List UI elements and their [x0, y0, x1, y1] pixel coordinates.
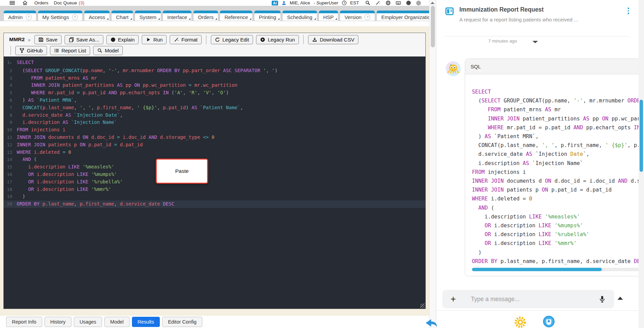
left-pane-scrollbar[interactable]: [429, 0, 436, 328]
editor-line[interactable]: 8 d.service_date AS `Injection Date`,: [4, 112, 425, 119]
nav-tab-label: Version: [344, 14, 361, 20]
nav-tab-admin[interactable]: Admin: [3, 11, 36, 21]
editor-line[interactable]: 15 i.description LIKE '%measles%': [4, 163, 425, 171]
sql-message-card: SQL Copy SELECT (SELECT GROUP_CONCAT(pp.…: [465, 59, 644, 276]
nav-tab-chart[interactable]: Chart: [111, 11, 133, 21]
button-label: Format: [181, 37, 198, 43]
model-button[interactable]: Model: [93, 46, 123, 55]
scrollbar-thumb[interactable]: [431, 6, 435, 47]
back-arrow-icon[interactable]: [424, 318, 439, 328]
explain-button[interactable]: iExplain: [106, 35, 139, 44]
chat-code-line: AND (: [472, 203, 644, 212]
bottom-tab-editor-config[interactable]: Editor Config: [162, 317, 202, 327]
editor-line[interactable]: 17 OR i.description LIKE '%rubella%': [4, 178, 425, 186]
timestamp-dropdown-icon[interactable]: [532, 41, 538, 43]
editor-line[interactable]: 13WHERE i.deleted = 0: [4, 149, 425, 156]
editor-line[interactable]: 10FROM injections i: [4, 126, 425, 134]
github-button[interactable]: GitHub: [15, 46, 47, 55]
editor-line[interactable]: 5 WHERE mr.pat_id = p.pat_id AND pp.echa…: [4, 89, 425, 97]
sun-gear-logo-icon[interactable]: [514, 316, 527, 328]
help-icon[interactable]: ?: [406, 0, 411, 5]
bottom-tab-results[interactable]: Results: [132, 317, 160, 327]
chat-code-line: i.description AS `Injection Name`: [472, 159, 644, 168]
report-list-button[interactable]: Report List: [50, 46, 90, 55]
editor-line[interactable]: 9 i.description AS `Injection Name`: [4, 119, 425, 126]
line-code: CONCAT(p.last_name, ', ', p.first_name, …: [17, 104, 243, 112]
nav-tab-version[interactable]: Version: [340, 11, 375, 21]
bottom-tab-report-info[interactable]: Report Info: [6, 317, 42, 327]
editor-line[interactable]: 1∨SELECT: [4, 59, 425, 67]
message-timestamp: 7 minutes ago: [488, 38, 517, 44]
window-scrollbar[interactable]: [639, 0, 644, 328]
search-icon[interactable]: [365, 0, 370, 5]
tab-dropdown-corner-icon: [278, 18, 279, 20]
nav-tab-employer-organizations[interactable]: Employer Organizations: [376, 11, 429, 21]
attach-plus-button[interactable]: +: [451, 295, 456, 304]
user-icon: [282, 1, 286, 5]
report-name-chevron[interactable]: »: [28, 37, 31, 43]
user-avatar-circle[interactable]: [416, 1, 421, 5]
fold-chevron-icon[interactable]: ∨: [10, 61, 12, 65]
nav-tab-interface[interactable]: Interface: [163, 11, 192, 21]
bottom-tab-usages[interactable]: Usages: [74, 317, 102, 327]
scrollbar-up-arrow-icon[interactable]: [430, 2, 435, 4]
editor-line[interactable]: 14 AND (: [4, 156, 425, 163]
line-number: 12: [4, 141, 17, 149]
nav-tab-label: HSP: [323, 14, 334, 20]
nav-tab-hsp[interactable]: HSP: [319, 11, 339, 21]
run-button[interactable]: Run: [142, 35, 167, 44]
nav-tab-printing[interactable]: Printing: [254, 11, 281, 21]
editor-line[interactable]: 2 (SELECT GROUP_CONCAT(pp.name, '-', mr.…: [4, 67, 425, 75]
nav-tab-scheduling[interactable]: Scheduling: [282, 11, 317, 21]
globe-icon[interactable]: [386, 0, 391, 5]
bottom-tab-model[interactable]: Model: [104, 317, 130, 327]
assistant-logo-icon[interactable]: [542, 315, 555, 328]
editor-line[interactable]: 6 ) AS `Patient MRN`,: [4, 97, 425, 104]
chat-code-line: OR i.description LIKE '%rubella%': [472, 230, 644, 239]
editor-line[interactable]: 12INNER JOIN patients p ON p.pat_id = d.…: [4, 141, 425, 149]
message-input[interactable]: + Type a message...: [442, 290, 614, 308]
editor-line[interactable]: 18 OR i.description LIKE '%mmr%': [4, 186, 425, 193]
window-scrollbar-thumb[interactable]: [640, 100, 643, 172]
editor-line[interactable]: 4 INNER JOIN patient_partitions AS pp ON…: [4, 82, 425, 89]
button-label: Download CSV: [320, 37, 354, 43]
collapse-input-icon[interactable]: [617, 297, 623, 300]
editor-line[interactable]: 7 CONCAT(p.last_name, ', ', p.first_name…: [4, 104, 425, 112]
nav-tab-reference[interactable]: Reference: [220, 11, 253, 21]
external-link-icon[interactable]: [26, 14, 32, 20]
breadcrumb-doc-queue[interactable]: Doc Queue: [54, 0, 77, 5]
kebab-menu-icon[interactable]: [628, 7, 629, 22]
paste-annotation-button[interactable]: Paste: [156, 159, 208, 184]
legacy-run-button[interactable]: Legacy Run: [256, 35, 299, 44]
nav-tab-access[interactable]: Access: [84, 11, 110, 21]
editor-resize-handle[interactable]: [420, 304, 425, 308]
download-csv-button[interactable]: Download CSV: [308, 35, 358, 44]
nav-tab-system[interactable]: System: [135, 11, 161, 21]
wand-icon[interactable]: [375, 0, 380, 5]
keyboard-icon[interactable]: [396, 0, 401, 5]
editor-line[interactable]: 3 FROM patient_mrns AS mr: [4, 75, 425, 82]
editor-line[interactable]: 19 ): [4, 193, 425, 200]
editor-line[interactable]: 16 OR i.description LIKE '%mumps%': [4, 171, 425, 178]
editor-line[interactable]: 20ORDER BY p.last_name, p.first_name, d.…: [4, 200, 425, 208]
save-button[interactable]: Save: [34, 35, 62, 44]
editor-line[interactable]: 11INNER JOIN documents d ON d.doc_id = i…: [4, 134, 425, 141]
nav-tab-my-settings[interactable]: My Settings: [38, 11, 83, 21]
tab-dropdown-corner-icon: [107, 18, 108, 20]
external-link-icon[interactable]: [72, 14, 78, 20]
microphone-icon[interactable]: [598, 295, 606, 303]
sql-code-editor[interactable]: 1∨SELECT2 (SELECT GROUP_CONCAT(pp.name, …: [4, 56, 425, 309]
chat-subtitle: A request for a report listing patients …: [459, 17, 578, 22]
breadcrumb-orders[interactable]: Orders: [34, 0, 48, 5]
hamburger-menu-icon[interactable]: [10, 1, 15, 5]
home-icon[interactable]: [22, 0, 28, 5]
save-as-button[interactable]: Save As...: [65, 35, 103, 44]
ai-badge[interactable]: AI: [272, 1, 278, 5]
external-link-icon[interactable]: [365, 14, 370, 20]
line-code: (SELECT GROUP_CONCAT(pp.name, '-', mr.mr…: [17, 67, 277, 75]
nav-tab-orders[interactable]: Orders: [193, 11, 218, 21]
format-button[interactable]: Format: [170, 35, 202, 44]
chat-header: Immunization Report Request A request fo…: [445, 6, 629, 22]
legacy-edit-button[interactable]: Legacy Edit: [211, 35, 253, 44]
bottom-tab-history[interactable]: History: [45, 317, 71, 327]
